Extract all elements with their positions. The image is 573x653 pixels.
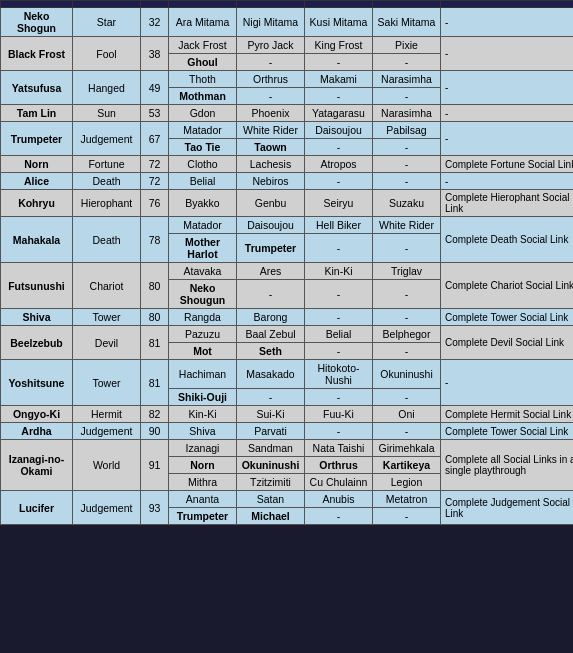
sub-ingredient-1: Norn — [169, 457, 237, 474]
sub-ingredient-1: Trumpeter — [169, 508, 237, 525]
notes-cell: - — [441, 122, 574, 156]
notes-cell: Complete Tower Social Link — [441, 309, 574, 326]
notes-cell: Complete all Social Links in a single pl… — [441, 440, 574, 491]
persona-name: Futsunushi — [1, 263, 73, 309]
ingredient-3: Atropos — [305, 156, 373, 173]
table-row: YoshitsuneTower81HachimanMasakadoHitokot… — [1, 360, 574, 389]
ingredient-4: Oni — [373, 406, 441, 423]
ingredient-1: Gdon — [169, 105, 237, 122]
persona-name: Lucifer — [1, 491, 73, 525]
sub-ingredient-2: - — [237, 88, 305, 105]
persona-level: 32 — [141, 8, 169, 37]
notes-cell: - — [441, 173, 574, 190]
table-row: BeelzebubDevil81PazuzuBaal ZebulBelialBe… — [1, 326, 574, 343]
ingredient-1: Matador — [169, 217, 237, 234]
arcana-name: Sun — [73, 105, 141, 122]
persona-name: Ongyo-Ki — [1, 406, 73, 423]
ingredient-2: Pyro Jack — [237, 37, 305, 54]
ingredient-1: Thoth — [169, 71, 237, 88]
ingredient-4: - — [373, 173, 441, 190]
table-row: ArdhaJudgement90ShivaParvati--Complete T… — [1, 423, 574, 440]
table-row: NornFortune72ClothoLachesisAtropos-Compl… — [1, 156, 574, 173]
persona-name: Trumpeter — [1, 122, 73, 156]
persona-name: Izanagi-no-Okami — [1, 440, 73, 491]
ingredient-1: Jack Frost — [169, 37, 237, 54]
persona-level: 80 — [141, 309, 169, 326]
ingredient-2: Phoenix — [237, 105, 305, 122]
sub-ingredient-3: - — [305, 280, 373, 309]
ingredient-2: Ares — [237, 263, 305, 280]
sub-ingredient-2: - — [237, 280, 305, 309]
ingredient-2: Baal Zebul — [237, 326, 305, 343]
sub-ingredient-3: - — [305, 343, 373, 360]
arcana-name: Hermit — [73, 406, 141, 423]
ingredient-2: Satan — [237, 491, 305, 508]
ingredient-4: Pixie — [373, 37, 441, 54]
notes-cell: Complete Chariot Social Link — [441, 263, 574, 309]
sub-ingredient-4: - — [373, 280, 441, 309]
table-row: Neko ShogunStar32Ara MitamaNigi MitamaKu… — [1, 8, 574, 37]
header-ing4 — [373, 1, 441, 8]
ingredient-3: Daisoujou — [305, 122, 373, 139]
notes-cell: - — [441, 71, 574, 105]
persona-level: 76 — [141, 190, 169, 217]
ingredient-4: Okuninushi — [373, 360, 441, 389]
ingredient-3: Makami — [305, 71, 373, 88]
fusion-table: Neko ShogunStar32Ara MitamaNigi MitamaKu… — [0, 0, 573, 525]
ingredient-2: Sandman — [237, 440, 305, 457]
arcana-name: Tower — [73, 309, 141, 326]
persona-level: 81 — [141, 326, 169, 360]
ingredient-3: Hitokoto-Nushi — [305, 360, 373, 389]
ingredient-3: Nata Taishi — [305, 440, 373, 457]
sub2-ingredient-3: Cu Chulainn — [305, 474, 373, 491]
sub-ingredient-2: Taown — [237, 139, 305, 156]
persona-level: 90 — [141, 423, 169, 440]
notes-cell: Complete Tower Social Link — [441, 423, 574, 440]
sub-ingredient-3: - — [305, 389, 373, 406]
ingredient-3: King Frost — [305, 37, 373, 54]
notes-cell: Complete Devil Social Link — [441, 326, 574, 360]
notes-cell: Complete Hermit Social Link — [441, 406, 574, 423]
ingredient-1: Belial — [169, 173, 237, 190]
arcana-name: Hanged — [73, 71, 141, 105]
ingredient-4: Narasimha — [373, 105, 441, 122]
persona-level: 67 — [141, 122, 169, 156]
ingredient-3: - — [305, 423, 373, 440]
ingredient-3: Anubis — [305, 491, 373, 508]
sub-ingredient-1: Tao Tie — [169, 139, 237, 156]
ingredient-1: Matador — [169, 122, 237, 139]
ingredient-2: Masakado — [237, 360, 305, 389]
table-row: TrumpeterJudgement67MatadorWhite RiderDa… — [1, 122, 574, 139]
ingredient-3: Seiryu — [305, 190, 373, 217]
ingredient-2: White Rider — [237, 122, 305, 139]
ingredient-4: - — [373, 309, 441, 326]
arcana-name: Devil — [73, 326, 141, 360]
sub-ingredient-3: - — [305, 234, 373, 263]
ingredient-1: Ara Mitama — [169, 8, 237, 37]
notes-cell: Complete Fortune Social Link — [441, 156, 574, 173]
arcana-name: Death — [73, 217, 141, 263]
sub-ingredient-2: Okuninushi — [237, 457, 305, 474]
ingredient-4: Pabilsag — [373, 122, 441, 139]
ingredient-4: - — [373, 423, 441, 440]
persona-level: 81 — [141, 360, 169, 406]
persona-name: Kohryu — [1, 190, 73, 217]
sub-ingredient-2: Seth — [237, 343, 305, 360]
ingredient-3: - — [305, 173, 373, 190]
ingredient-1: Ananta — [169, 491, 237, 508]
persona-name: Mahakala — [1, 217, 73, 263]
ingredient-2: Daisoujou — [237, 217, 305, 234]
ingredient-2: Sui-Ki — [237, 406, 305, 423]
sub-ingredient-3: - — [305, 88, 373, 105]
arcana-name: Judgement — [73, 491, 141, 525]
persona-level: 72 — [141, 156, 169, 173]
header-ing2 — [237, 1, 305, 8]
sub2-ingredient-2: Tzitzimiti — [237, 474, 305, 491]
header-ing3 — [305, 1, 373, 8]
sub-ingredient-2: Trumpeter — [237, 234, 305, 263]
ingredient-1: Pazuzu — [169, 326, 237, 343]
persona-level: 91 — [141, 440, 169, 491]
arcana-name: World — [73, 440, 141, 491]
ingredient-3: - — [305, 309, 373, 326]
ingredient-2: Nebiros — [237, 173, 305, 190]
